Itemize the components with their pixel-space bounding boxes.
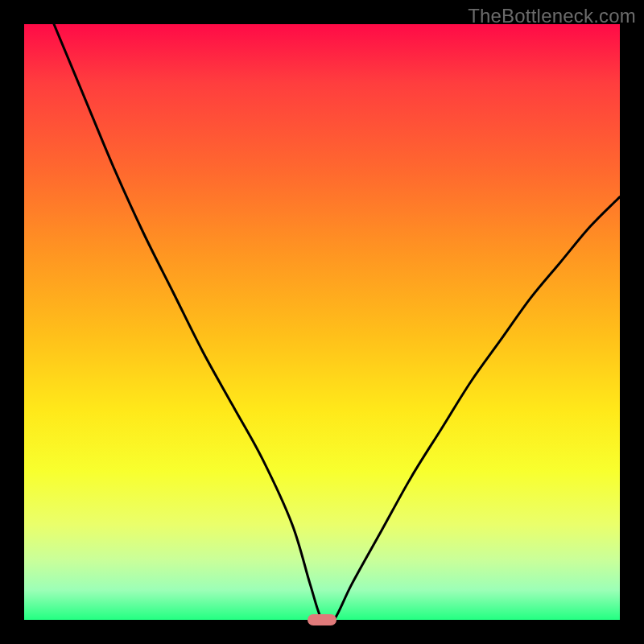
bottleneck-curve xyxy=(24,24,620,620)
chart-frame: TheBottleneck.com xyxy=(0,0,644,644)
optimal-marker xyxy=(308,614,336,625)
plot-area xyxy=(24,24,620,620)
watermark-text: TheBottleneck.com xyxy=(468,5,636,27)
